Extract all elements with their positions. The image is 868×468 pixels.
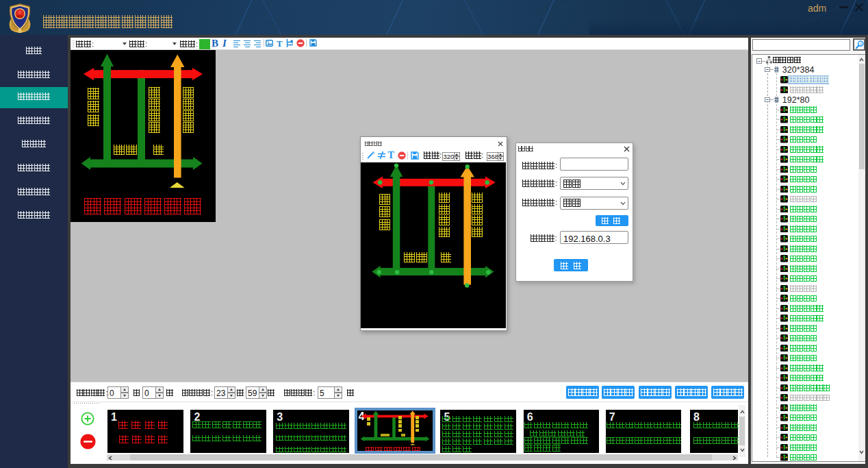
svg-text:3: 3 bbox=[860, 41, 862, 45]
